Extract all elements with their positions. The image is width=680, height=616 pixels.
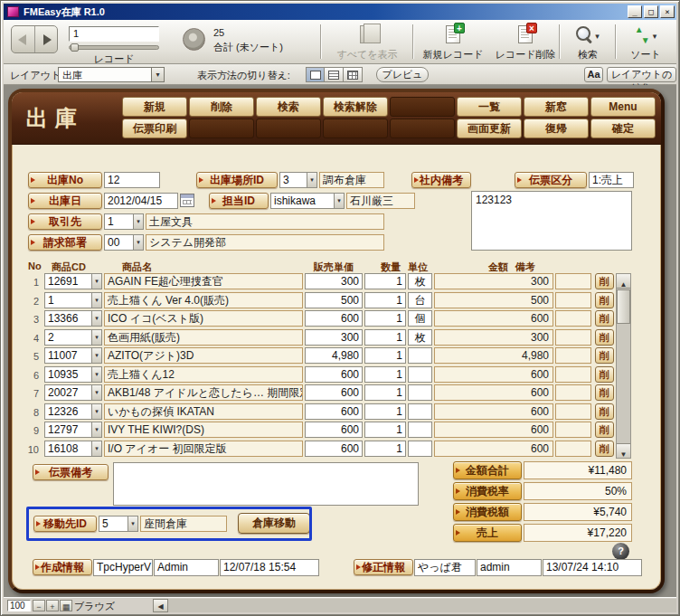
delete-row-button[interactable]: 削 bbox=[595, 310, 614, 327]
row-memo-field[interactable] bbox=[555, 310, 591, 327]
company-memo-label[interactable]: 社内備考 bbox=[411, 172, 471, 188]
horizontal-scrollbar-track[interactable] bbox=[168, 599, 676, 612]
quantity-field[interactable]: 1 bbox=[364, 441, 406, 457]
quantity-field[interactable]: 1 bbox=[364, 273, 406, 289]
close-button[interactable]: × bbox=[660, 5, 675, 18]
form-header-button[interactable]: 画面更新 bbox=[457, 118, 522, 138]
dropdown-arrow-icon[interactable] bbox=[91, 311, 101, 326]
row-memo-field[interactable] bbox=[555, 441, 591, 457]
find-button[interactable]: 検索 bbox=[564, 24, 611, 62]
delete-record-button[interactable]: レコード削除 bbox=[490, 24, 561, 62]
warehouse-move-button[interactable]: 倉庫移動 bbox=[238, 513, 310, 534]
product-cd-combo[interactable]: 16108 bbox=[44, 441, 102, 457]
dropdown-arrow-icon[interactable] bbox=[128, 516, 137, 531]
form-header-button[interactable]: 新規 bbox=[122, 97, 187, 117]
form-view-button[interactable] bbox=[306, 67, 325, 82]
dropdown-arrow-icon[interactable] bbox=[91, 367, 101, 382]
row-memo-field[interactable] bbox=[555, 403, 591, 420]
delete-row-button[interactable]: 削 bbox=[595, 347, 614, 364]
slip-memo-label[interactable]: 伝票備考 bbox=[33, 464, 109, 480]
zoom-in-button[interactable] bbox=[46, 600, 59, 611]
unit-price-field[interactable]: 4,980 bbox=[305, 347, 363, 364]
calendar-icon[interactable] bbox=[180, 194, 194, 207]
row-memo-field[interactable] bbox=[555, 329, 591, 346]
unit-price-field[interactable]: 300 bbox=[305, 273, 363, 289]
unit-field[interactable] bbox=[408, 441, 432, 457]
product-name-field[interactable]: AKB1/48 アイドルと恋したら… 期間限定 bbox=[104, 384, 303, 401]
delete-row-button[interactable]: 削 bbox=[595, 384, 614, 401]
location-id-label[interactable]: 出庫場所ID bbox=[196, 172, 278, 188]
slip-memo-field[interactable] bbox=[113, 462, 419, 506]
dropdown-arrow-icon[interactable] bbox=[91, 330, 101, 345]
record-slider-thumb[interactable] bbox=[71, 43, 79, 52]
row-memo-field[interactable] bbox=[555, 366, 591, 383]
product-name-field[interactable]: いかもの探偵 IKATAN bbox=[104, 403, 303, 420]
quantity-field[interactable]: 1 bbox=[364, 403, 406, 420]
quantity-field[interactable]: 1 bbox=[364, 422, 406, 438]
product-name-field[interactable]: AZITO(アジト)3D bbox=[104, 347, 303, 364]
client-id-combo[interactable]: 1 bbox=[104, 213, 144, 230]
delete-row-button[interactable]: 削 bbox=[595, 441, 614, 457]
staff-id-combo[interactable]: ishikawa bbox=[270, 193, 345, 209]
product-name-field[interactable]: IVY THE KIWI?(DS) bbox=[104, 422, 303, 438]
client-label[interactable]: 取引先 bbox=[28, 213, 102, 230]
product-cd-combo[interactable]: 2 bbox=[44, 329, 102, 346]
minimize-button[interactable]: _ bbox=[628, 5, 642, 18]
quantity-field[interactable]: 1 bbox=[364, 329, 406, 346]
scroll-down-button[interactable] bbox=[617, 443, 630, 458]
form-header-button[interactable]: 新窓 bbox=[524, 97, 589, 117]
new-record-button[interactable]: 新規レコード bbox=[418, 24, 488, 62]
dropdown-arrow-icon[interactable] bbox=[133, 235, 143, 250]
dropdown-arrow-icon[interactable] bbox=[91, 441, 101, 456]
unit-price-field[interactable]: 600 bbox=[305, 310, 363, 327]
quantity-field[interactable]: 1 bbox=[364, 292, 406, 308]
product-name-field[interactable]: 売上猫くん12 bbox=[104, 366, 303, 383]
shukko-no-label[interactable]: 出庫No bbox=[28, 172, 102, 188]
move-to-label[interactable]: 移動先ID bbox=[33, 516, 97, 532]
slip-class-field[interactable]: 1:売上 bbox=[589, 172, 634, 188]
delete-row-button[interactable]: 削 bbox=[595, 329, 614, 346]
row-memo-field[interactable] bbox=[555, 384, 591, 401]
scroll-up-button[interactable] bbox=[617, 274, 630, 289]
form-header-button[interactable]: 伝票印刷 bbox=[122, 118, 187, 138]
edit-layout-button[interactable]: レイアウトの編集 bbox=[607, 67, 676, 82]
unit-price-field[interactable]: 600 bbox=[305, 384, 363, 401]
form-header-button[interactable]: 検索 bbox=[256, 97, 321, 117]
row-memo-field[interactable] bbox=[555, 273, 591, 289]
slip-class-label[interactable]: 伝票区分 bbox=[515, 172, 587, 188]
product-cd-combo[interactable]: 11007 bbox=[44, 347, 102, 364]
statusbar-toggle-button[interactable] bbox=[60, 600, 72, 611]
layout-select[interactable]: 出庫 bbox=[58, 67, 165, 82]
scrollbar-thumb[interactable] bbox=[617, 289, 630, 324]
created-info-label[interactable]: 作成情報 bbox=[33, 559, 92, 575]
modified-info-label[interactable]: 修正情報 bbox=[354, 559, 413, 575]
tax-rate-value[interactable]: 50% bbox=[524, 482, 632, 500]
product-cd-combo[interactable]: 12326 bbox=[44, 403, 102, 420]
dropdown-arrow-icon[interactable] bbox=[91, 422, 101, 437]
product-name-field[interactable]: ICO イコ(ベスト版) bbox=[104, 310, 303, 327]
shukko-no-field[interactable]: 12 bbox=[104, 172, 160, 188]
form-header-button[interactable]: 削除 bbox=[189, 97, 254, 117]
shukko-date-label[interactable]: 出庫日 bbox=[28, 193, 102, 209]
product-name-field[interactable]: AGAIN FE超心理捜査官 bbox=[104, 273, 303, 289]
product-cd-combo[interactable]: 13366 bbox=[44, 310, 102, 327]
billing-dept-label[interactable]: 請求部署 bbox=[28, 234, 102, 251]
find-dropdown-caret-icon[interactable] bbox=[595, 26, 600, 43]
row-memo-field[interactable] bbox=[555, 422, 591, 438]
zoom-level-field[interactable]: 100 bbox=[7, 600, 31, 611]
unit-field[interactable] bbox=[408, 347, 432, 364]
product-name-field[interactable]: I/O アイオー 初回限定版 bbox=[104, 441, 303, 457]
quantity-field[interactable]: 1 bbox=[364, 384, 406, 401]
company-memo-field[interactable]: 123123 bbox=[471, 191, 632, 251]
dropdown-arrow-icon[interactable] bbox=[91, 385, 101, 400]
unit-field[interactable]: 個 bbox=[408, 310, 432, 327]
form-header-button[interactable]: 確定 bbox=[590, 118, 656, 138]
unit-price-field[interactable]: 600 bbox=[305, 441, 363, 457]
previous-record-button[interactable] bbox=[12, 26, 34, 52]
delete-row-button[interactable]: 削 bbox=[595, 292, 614, 308]
delete-row-button[interactable]: 削 bbox=[595, 366, 614, 383]
dropdown-arrow-icon[interactable] bbox=[91, 348, 101, 363]
preview-button[interactable]: プレビュー bbox=[376, 67, 429, 82]
product-cd-combo[interactable]: 20027 bbox=[44, 384, 102, 401]
product-cd-combo[interactable]: 12797 bbox=[44, 422, 102, 438]
